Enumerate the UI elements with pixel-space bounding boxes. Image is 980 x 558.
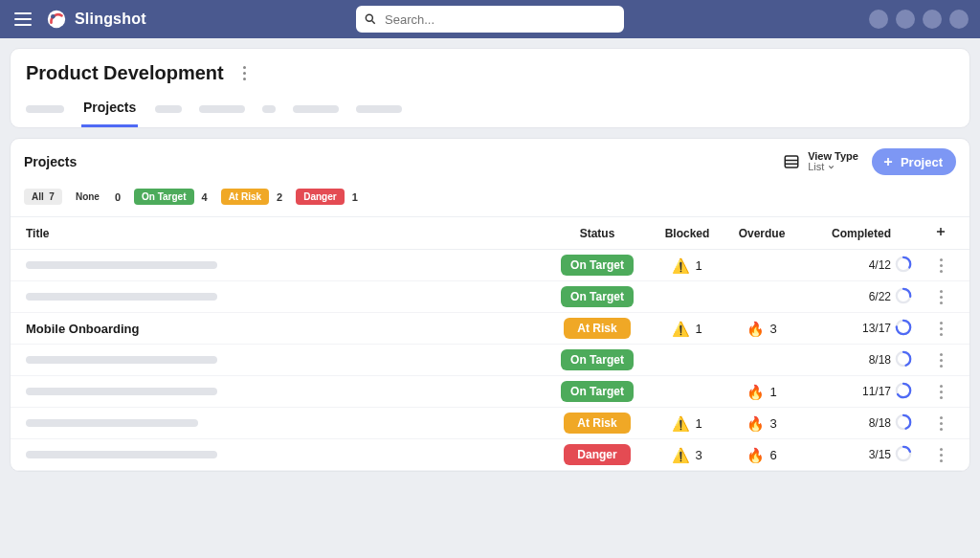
row-more-button[interactable] bbox=[927, 258, 954, 273]
top-bar: Slingshot bbox=[0, 0, 980, 38]
row-more-button[interactable] bbox=[927, 322, 954, 336]
overdue-count: 3 bbox=[769, 416, 776, 431]
overdue-count: 3 bbox=[769, 322, 776, 336]
row-more-button[interactable] bbox=[927, 290, 954, 304]
row-more-button[interactable] bbox=[927, 416, 954, 431]
brand-name: Slingshot bbox=[75, 11, 146, 28]
svg-point-1 bbox=[51, 14, 56, 19]
search-icon bbox=[364, 12, 377, 26]
col-overdue[interactable]: Overdue bbox=[724, 227, 799, 240]
search-input[interactable] bbox=[383, 11, 616, 28]
tab-placeholder[interactable] bbox=[26, 105, 64, 113]
tab-placeholder[interactable] bbox=[155, 105, 182, 113]
filter-on-target[interactable]: On Target4 bbox=[134, 189, 208, 205]
table-row[interactable]: At Risk⚠️1🔥38/18 bbox=[11, 408, 969, 439]
tab-bar: Projects bbox=[26, 100, 954, 127]
status-pill[interactable]: On Target bbox=[561, 381, 634, 402]
tab-placeholder[interactable] bbox=[356, 105, 402, 113]
add-column-button[interactable] bbox=[927, 225, 954, 241]
title-placeholder bbox=[26, 388, 217, 395]
slingshot-logo-icon bbox=[46, 9, 67, 30]
warning-icon: ⚠️ bbox=[672, 322, 690, 336]
project-title: Mobile Onboarding bbox=[26, 322, 139, 336]
col-blocked[interactable]: Blocked bbox=[650, 227, 724, 240]
tab-placeholder[interactable] bbox=[199, 105, 245, 113]
avatar[interactable] bbox=[949, 10, 969, 29]
title-placeholder bbox=[26, 261, 217, 269]
status-pill[interactable]: At Risk bbox=[564, 318, 631, 339]
row-more-button[interactable] bbox=[927, 385, 954, 399]
completed-count: 8/18 bbox=[799, 353, 895, 367]
tab-placeholder[interactable] bbox=[262, 105, 276, 113]
global-search[interactable] bbox=[356, 6, 624, 33]
fire-icon: 🔥 bbox=[746, 448, 765, 462]
overdue-count: 1 bbox=[769, 385, 776, 399]
col-title[interactable]: Title bbox=[26, 227, 545, 240]
table-row[interactable]: On Target⚠️14/12 bbox=[11, 250, 969, 281]
warning-icon: ⚠️ bbox=[672, 416, 690, 431]
status-pill[interactable]: On Target bbox=[561, 255, 634, 276]
status-pill[interactable]: Danger bbox=[564, 444, 631, 465]
brand[interactable]: Slingshot bbox=[46, 9, 146, 30]
page-more-button[interactable] bbox=[235, 64, 255, 83]
progress-ring bbox=[895, 287, 912, 304]
completed-count: 6/22 bbox=[799, 290, 895, 303]
svg-point-2 bbox=[366, 14, 372, 21]
row-more-button[interactable] bbox=[927, 448, 954, 462]
page-title: Product Development bbox=[26, 62, 224, 84]
status-pill[interactable]: On Target bbox=[561, 349, 634, 370]
avatar[interactable] bbox=[896, 10, 915, 29]
progress-ring bbox=[895, 319, 912, 336]
fire-icon: 🔥 bbox=[746, 416, 765, 431]
table-row[interactable]: Mobile OnboardingAt Risk⚠️1🔥313/17 bbox=[11, 313, 969, 345]
title-placeholder bbox=[26, 356, 217, 364]
svg-line-3 bbox=[372, 21, 375, 24]
filter-all[interactable]: All 7 bbox=[24, 189, 62, 205]
tab-placeholder[interactable] bbox=[293, 105, 339, 113]
completed-count: 4/12 bbox=[799, 258, 895, 272]
col-status[interactable]: Status bbox=[545, 227, 650, 240]
completed-count: 3/15 bbox=[799, 448, 895, 461]
blocked-count: 1 bbox=[695, 416, 702, 431]
filter-danger[interactable]: Danger1 bbox=[296, 189, 358, 205]
add-project-button[interactable]: Project bbox=[872, 148, 956, 175]
title-placeholder bbox=[26, 419, 198, 427]
avatar[interactable] bbox=[869, 10, 888, 29]
completed-count: 11/17 bbox=[799, 385, 895, 398]
table-row[interactable]: Danger⚠️3🔥63/15 bbox=[11, 439, 969, 471]
table-row[interactable]: On Target6/22 bbox=[11, 281, 969, 313]
filter-none[interactable]: None0 bbox=[76, 189, 121, 205]
col-completed[interactable]: Completed bbox=[799, 227, 895, 240]
progress-ring bbox=[895, 350, 912, 368]
table-row[interactable]: On Target8/18 bbox=[11, 345, 969, 376]
row-more-button[interactable] bbox=[927, 353, 954, 368]
completed-count: 13/17 bbox=[799, 322, 895, 335]
tab-projects[interactable]: Projects bbox=[81, 100, 138, 127]
header-avatars bbox=[869, 10, 969, 29]
overdue-count: 6 bbox=[769, 448, 776, 462]
status-filters: All 7 None0 On Target4 At Risk2 Danger1 bbox=[11, 185, 969, 216]
fire-icon: 🔥 bbox=[746, 385, 765, 399]
filter-at-risk[interactable]: At Risk2 bbox=[221, 189, 283, 205]
page-header: Product Development Projects bbox=[10, 48, 970, 128]
list-view-icon bbox=[783, 153, 800, 170]
projects-panel: Projects View Type List Project All 7 No… bbox=[10, 138, 970, 472]
progress-ring bbox=[895, 256, 912, 273]
view-type-value: List bbox=[808, 162, 824, 172]
status-pill[interactable]: On Target bbox=[561, 286, 634, 307]
blocked-count: 1 bbox=[695, 258, 702, 273]
table-row[interactable]: On Target🔥111/17 bbox=[11, 376, 969, 408]
view-type-switcher[interactable]: View Type List bbox=[783, 151, 858, 172]
warning-icon: ⚠️ bbox=[672, 258, 690, 273]
svg-rect-4 bbox=[785, 156, 798, 167]
progress-ring bbox=[895, 413, 912, 431]
completed-count: 8/18 bbox=[799, 416, 895, 430]
hamburger-icon[interactable] bbox=[11, 8, 34, 31]
title-placeholder bbox=[26, 293, 217, 301]
blocked-count: 3 bbox=[695, 448, 702, 462]
status-pill[interactable]: At Risk bbox=[564, 413, 631, 434]
avatar[interactable] bbox=[923, 10, 942, 29]
progress-ring bbox=[895, 445, 912, 462]
warning-icon: ⚠️ bbox=[672, 448, 690, 462]
progress-ring bbox=[895, 382, 912, 399]
